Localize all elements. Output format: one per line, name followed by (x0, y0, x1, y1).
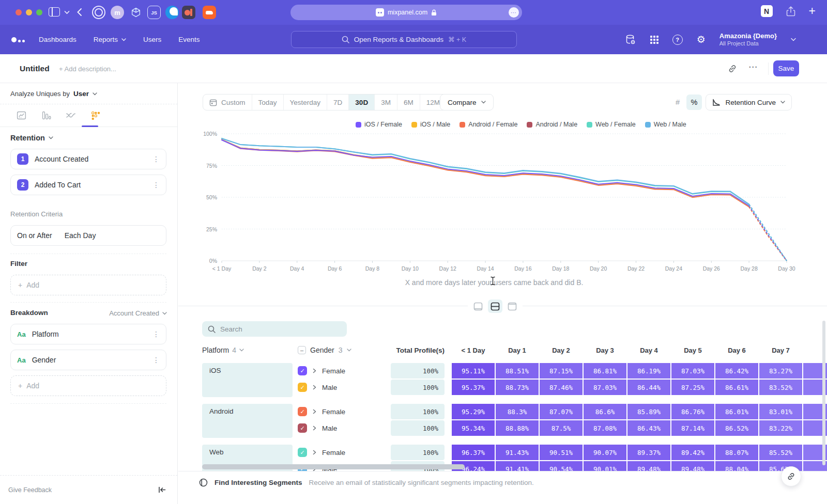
compare-button[interactable]: Compare (440, 94, 494, 111)
series-checkbox[interactable]: ✓ (298, 366, 307, 375)
retention-value-cell[interactable]: 87.15% (540, 363, 583, 379)
more-options-icon[interactable]: ⋯ (748, 61, 758, 72)
column-header-day[interactable]: Day 5 (671, 346, 714, 354)
notion-app-icon[interactable]: N (761, 5, 773, 17)
unit-absolute-button[interactable]: # (670, 94, 685, 110)
legend-item[interactable]: Web / Male (645, 121, 686, 128)
retention-value-cell[interactable]: 88.3% (496, 404, 539, 419)
retention-value-cell[interactable]: 87.03% (584, 380, 626, 395)
series-checkbox[interactable]: ✓ (298, 383, 307, 392)
column-header-day[interactable]: Day 4 (627, 346, 670, 354)
series-line[interactable] (222, 138, 749, 204)
range-custom[interactable]: Custom (203, 94, 252, 110)
retention-value-cell[interactable]: 85.89% (627, 404, 670, 419)
retention-value-cell[interactable]: 95.34% (452, 420, 495, 436)
legend-item[interactable]: Android / Male (527, 121, 577, 128)
pinned-app-icon-patreon[interactable] (182, 6, 195, 19)
share-link-button[interactable] (781, 466, 801, 486)
range-30d[interactable]: 30D (349, 94, 375, 110)
tab-retention[interactable] (89, 104, 102, 127)
retention-value-cell[interactable]: 89.48% (671, 461, 714, 471)
retention-value-cell[interactable]: 87.25% (671, 380, 714, 395)
retention-value-cell[interactable]: 86.76% (671, 404, 714, 419)
find-segments-title[interactable]: Find Interesting Segments (215, 479, 302, 486)
copy-link-icon[interactable] (728, 64, 737, 75)
account-switcher[interactable]: Amazonia {Demo} All Project Data (719, 32, 777, 48)
retention-step-2[interactable]: 2 Added To Cart ⋮ (10, 175, 166, 195)
tab-funnels[interactable] (39, 104, 53, 127)
series-checkbox[interactable]: ✓ (298, 423, 307, 433)
retention-value-cell[interactable]: 96.37% (452, 445, 495, 460)
expand-chevron-icon[interactable] (312, 426, 317, 431)
global-search[interactable]: Open Reports & Dashboards ⌘ + K (291, 31, 517, 48)
give-feedback-link[interactable]: Give Feedback (8, 486, 52, 494)
collapse-sidebar-icon[interactable] (158, 486, 166, 493)
retention-value-cell[interactable]: 87.5% (540, 420, 583, 436)
column-header-day[interactable]: Day 7 (759, 346, 802, 354)
retention-value-cell[interactable]: 87.14% (671, 420, 714, 436)
platform-cell[interactable]: iOS (202, 363, 293, 397)
expand-chevron-icon[interactable] (312, 385, 317, 390)
save-button[interactable]: Save (773, 60, 799, 76)
select-all-checkbox[interactable]: – (298, 346, 306, 354)
retention-value-cell[interactable]: 86.42% (715, 363, 758, 379)
pinned-app-icon-m[interactable]: m (111, 6, 124, 19)
pinned-app-icon-rings[interactable] (92, 6, 105, 19)
series-checkbox[interactable]: ✓ (298, 407, 307, 416)
retention-value-cell[interactable]: 88.88% (496, 420, 539, 436)
legend-item[interactable]: iOS / Male (411, 121, 450, 128)
kebab-menu-icon[interactable]: ⋮ (152, 356, 160, 364)
retention-criteria-control[interactable]: On or After Each Day (10, 225, 166, 246)
legend-item[interactable]: iOS / Female (356, 121, 402, 128)
expand-chevron-icon[interactable] (312, 409, 317, 414)
column-header-day[interactable]: < 1 Day (452, 346, 495, 354)
gender-cell[interactable]: ✓Female (298, 366, 391, 375)
retention-value-cell[interactable]: 91.41% (496, 461, 539, 471)
retention-value-cell[interactable]: 87.46% (540, 380, 583, 395)
range-yesterday[interactable]: Yesterday (284, 94, 328, 110)
back-button-icon[interactable] (76, 8, 82, 17)
chevron-down-icon[interactable] (64, 10, 70, 14)
settings-gear-icon[interactable]: ⚙ (697, 35, 706, 44)
retention-value-cell[interactable]: 91.43% (496, 445, 539, 460)
expand-chevron-icon[interactable] (312, 450, 317, 455)
nav-events[interactable]: Events (178, 36, 200, 43)
kebab-menu-icon[interactable]: ⋮ (152, 155, 160, 163)
legend-item[interactable]: Web / Female (587, 121, 636, 128)
retention-value-cell[interactable]: 89.37% (627, 445, 670, 460)
retention-value-cell[interactable]: 88.07% (715, 445, 758, 460)
retention-value-cell[interactable]: 87.07% (540, 404, 583, 419)
series-line[interactable] (222, 138, 749, 204)
range-7d[interactable]: 7D (327, 94, 349, 110)
column-header-platform[interactable]: Platform 4 (202, 346, 298, 354)
pinned-app-icon-soundcloud[interactable] (203, 6, 216, 19)
breakdown-event-selector[interactable]: Account Created (109, 309, 167, 317)
add-description[interactable]: + Add description... (59, 65, 116, 73)
range-3m[interactable]: 3M (375, 94, 397, 110)
pinned-app-icon-cube[interactable] (129, 6, 143, 19)
retention-value-cell[interactable]: 90.07% (584, 445, 626, 460)
retention-value-cell[interactable]: 83.52% (759, 380, 802, 395)
retention-value-cell[interactable]: 90.01% (584, 461, 626, 471)
column-header-day[interactable]: Day 6 (715, 346, 758, 354)
expand-chevron-icon[interactable] (312, 368, 317, 373)
legend-item[interactable]: Android / Female (460, 121, 517, 128)
retention-value-cell[interactable]: 87.03% (671, 363, 714, 379)
series-line[interactable] (222, 140, 749, 207)
nav-reports[interactable]: Reports (94, 36, 126, 43)
retention-value-cell[interactable]: 86.52% (715, 420, 758, 436)
horizontal-scrollbar[interactable] (202, 464, 465, 469)
extensions-icon[interactable]: ⋯ (509, 7, 519, 18)
retention-step-1[interactable]: 1 Account Created ⋮ (10, 149, 166, 169)
new-tab-icon[interactable]: + (809, 5, 816, 17)
retention-value-cell[interactable]: 89.48% (627, 461, 670, 471)
tab-flows[interactable] (64, 104, 78, 127)
layout-table-only-button[interactable] (505, 300, 519, 313)
retention-value-cell[interactable]: 90.54% (540, 461, 583, 471)
series-checkbox[interactable]: ✓ (298, 448, 307, 457)
window-minimize-button[interactable] (26, 9, 32, 15)
column-header-day[interactable]: Day 3 (584, 346, 626, 354)
tab-insights[interactable] (14, 104, 28, 127)
retention-section-title[interactable]: Retention (10, 134, 53, 142)
share-icon[interactable] (786, 6, 795, 17)
